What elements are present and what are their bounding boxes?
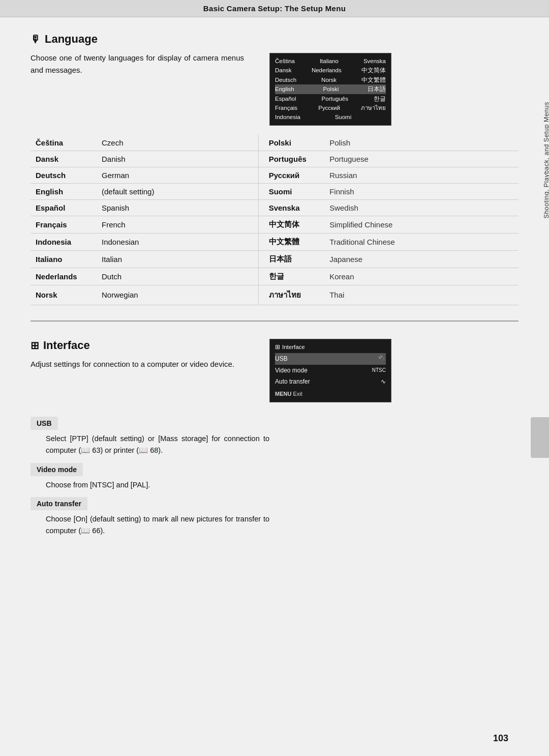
lang-name: Nederlands <box>30 268 97 285</box>
lang-english-2: Russian <box>324 167 518 183</box>
lang-english-2: Simplified Chinese <box>324 216 518 233</box>
page-header: Basic Camera Setup: The Setup Menu <box>0 0 549 17</box>
lang-english-2: Thai <box>324 285 518 305</box>
lang-english: Indonesian <box>97 233 258 250</box>
lang-name-2: Svenska <box>258 199 324 216</box>
screen-row-1: DanskNederlands中文简体 <box>275 66 386 75</box>
lang-english: Dutch <box>97 268 258 285</box>
screen-row-3-highlighted: EnglishPolski日本語 <box>275 84 386 94</box>
if-row-autotransfer: Auto transfer ∿ <box>275 376 386 387</box>
language-description-block: 🎙 Language Choose one of twenty language… <box>30 33 249 86</box>
lang-english-2: Traditional Chinese <box>324 233 518 250</box>
video-mode-text: Choose from [NTSC] and [PAL]. <box>30 479 285 491</box>
if-title: Interface <box>282 342 305 353</box>
table-row: Nederlands Dutch 한글 Korean <box>30 268 518 285</box>
language-heading: Language <box>45 33 98 46</box>
interface-camera-screen: ⊞ Interface USB 🔌 Video mode NTSC Auto t… <box>269 339 391 402</box>
lang-name-2: Suomi <box>258 183 324 199</box>
screen-row-2: DeutschNorsk中文繁體 <box>275 75 386 84</box>
side-tab <box>531 417 549 458</box>
lang-english: Danish <box>97 151 258 167</box>
if-menu-exit: MENU Exit <box>275 389 386 399</box>
language-section: 🎙 Language Choose one of twenty language… <box>30 33 518 126</box>
lang-english-2: Swedish <box>324 199 518 216</box>
table-row: Dansk Danish Português Portuguese <box>30 151 518 167</box>
lang-name-2: 中文简体 <box>258 216 324 233</box>
lang-english: Czech <box>97 135 258 151</box>
lang-name: Indonesia <box>30 233 97 250</box>
language-table: Čeština Czech Polski Polish Dansk Danish… <box>30 135 518 305</box>
section-divider <box>30 321 518 322</box>
table-row: Italiano Italian 日本語 Japanese <box>30 250 518 268</box>
lang-english-2: Portuguese <box>324 151 518 167</box>
interface-heading: Interface <box>43 339 90 352</box>
lang-english: Spanish <box>97 199 258 216</box>
lang-english-2: Japanese <box>324 250 518 268</box>
screen-row-5: FrançaisРусскийภาษาไทย <box>275 103 386 112</box>
lang-name: English <box>30 183 97 199</box>
interface-description: Adjust settings for connection to a comp… <box>30 358 244 370</box>
interface-description-block: ⊞ Interface Adjust settings for connecti… <box>30 339 249 381</box>
lang-name: Italiano <box>30 250 97 268</box>
usb-text: Select [PTP] (default setting) or [Mass … <box>30 433 285 456</box>
lang-english-2: Korean <box>324 268 518 285</box>
table-row: Deutsch German Русский Russian <box>30 167 518 183</box>
auto-transfer-label: Auto transfer <box>30 497 87 510</box>
table-row: English (default setting) Suomi Finnish <box>30 183 518 199</box>
language-camera-screen: ČeštinaItalianoSvenska DanskNederlands中文… <box>269 53 391 126</box>
lang-name-2: ภาษาไทย <box>258 285 324 305</box>
if-screen-title-row: ⊞ Interface <box>275 342 386 353</box>
if-row-usb: USB 🔌 <box>275 353 386 364</box>
lang-english: French <box>97 216 258 233</box>
lang-name: Deutsch <box>30 167 97 183</box>
lang-name-2: Русский <box>258 167 324 183</box>
lang-name-2: 日本語 <box>258 250 324 268</box>
page-number: 103 <box>493 733 508 744</box>
table-row: Español Spanish Svenska Swedish <box>30 199 518 216</box>
lang-name: Dansk <box>30 151 97 167</box>
lang-name-2: Português <box>258 151 324 167</box>
table-row: Indonesia Indonesian 中文繁體 Traditional Ch… <box>30 233 518 250</box>
language-title: 🎙 Language <box>30 33 249 46</box>
table-row: Français French 中文简体 Simplified Chinese <box>30 216 518 233</box>
lang-english: Norwegian <box>97 285 258 305</box>
screen-row-4: EspañolPortuguês한글 <box>275 94 386 103</box>
interface-section: ⊞ Interface Adjust settings for connecti… <box>30 339 518 537</box>
side-label: Shooting, Playback, and Setup Menus <box>543 102 549 218</box>
screen-row-6: IndonesiaSuomi <box>275 112 386 122</box>
interface-icon: ⊞ <box>30 339 39 352</box>
video-mode-label: Video mode <box>30 463 83 476</box>
lang-name: Čeština <box>30 135 97 151</box>
lang-english-2: Polish <box>324 135 518 151</box>
lang-name: Español <box>30 199 97 216</box>
lang-name-2: 한글 <box>258 268 324 285</box>
lang-english: Italian <box>97 250 258 268</box>
table-row: Čeština Czech Polski Polish <box>30 135 518 151</box>
main-content: 🎙 Language Choose one of twenty language… <box>0 17 549 552</box>
lang-english: (default setting) <box>97 183 258 199</box>
language-description: Choose one of twenty languages for displ… <box>30 52 244 76</box>
lang-name: Français <box>30 216 97 233</box>
lang-english-2: Finnish <box>324 183 518 199</box>
interface-title: ⊞ Interface <box>30 339 249 352</box>
lang-name: Norsk <box>30 285 97 305</box>
auto-transfer-text: Choose [On] (default setting) to mark al… <box>30 513 285 537</box>
if-row-video: Video mode NTSC <box>275 365 386 376</box>
lang-name-2: Polski <box>258 135 324 151</box>
interface-header: ⊞ Interface Adjust settings for connecti… <box>30 339 518 402</box>
lang-name-2: 中文繁體 <box>258 233 324 250</box>
table-row: Norsk Norwegian ภาษาไทย Thai <box>30 285 518 305</box>
if-icon: ⊞ <box>275 342 280 353</box>
language-icon: 🎙 <box>30 34 41 45</box>
screen-row-0: ČeštinaItalianoSvenska <box>275 56 386 66</box>
lang-english: German <box>97 167 258 183</box>
usb-label: USB <box>30 417 58 430</box>
